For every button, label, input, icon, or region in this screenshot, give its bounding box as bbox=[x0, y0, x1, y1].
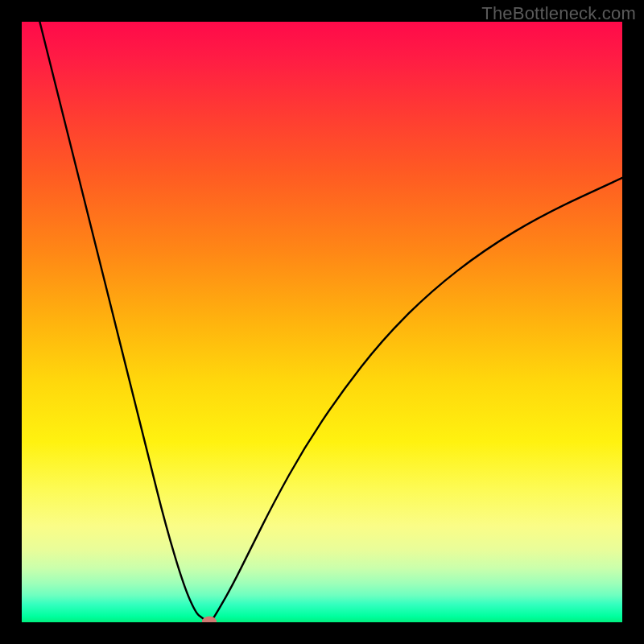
chart-frame: TheBottleneck.com bbox=[0, 0, 644, 644]
optimal-point-marker bbox=[202, 616, 217, 622]
plot-area bbox=[22, 22, 622, 622]
curve-svg bbox=[22, 22, 622, 622]
bottleneck-curve bbox=[22, 22, 622, 622]
watermark-text: TheBottleneck.com bbox=[481, 3, 636, 24]
